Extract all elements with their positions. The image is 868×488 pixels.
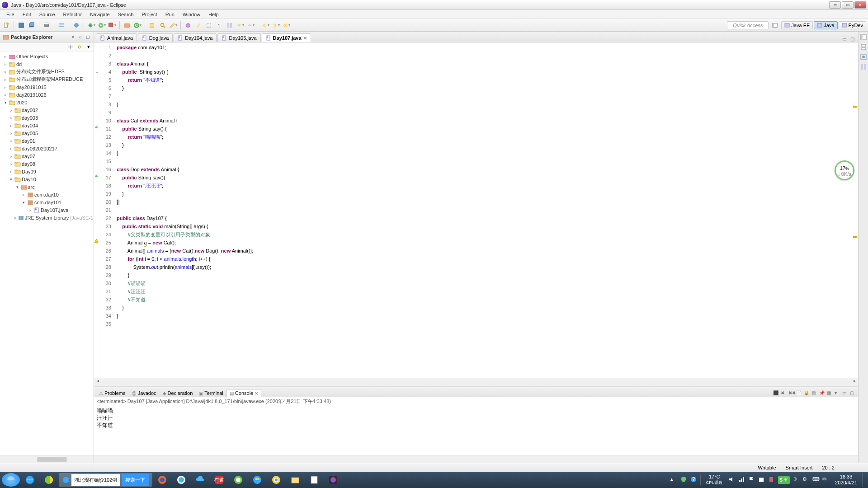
skip-breakpoints-button[interactable] — [72, 21, 81, 30]
remove-launch-icon[interactable]: ✖ — [781, 390, 787, 397]
tree-item-day005[interactable]: ▹day005 — [0, 129, 94, 137]
editor-body[interactable]: - 12345678910111213141516171819202122232… — [94, 42, 858, 378]
tab-declaration[interactable]: ◆Declaration — [160, 389, 196, 397]
scroll-lock-icon[interactable]: 🔒 — [804, 390, 810, 397]
tray-doc-icon[interactable] — [768, 476, 775, 483]
min-icon[interactable]: ▭ — [842, 390, 849, 397]
menu-edit[interactable]: Edit — [19, 11, 35, 18]
editor-minimize-button[interactable]: ▭ — [841, 36, 847, 42]
tree-item-jre-system-library[interactable]: ▹JRE System Library [JavaSE-1.8] — [0, 214, 94, 221]
taskbar-eclipse-icon[interactable] — [324, 473, 342, 487]
show-desktop-button[interactable] — [863, 473, 866, 487]
menu-refactor[interactable]: Refactor — [60, 11, 86, 18]
menu-source[interactable]: Source — [36, 11, 59, 18]
overview-ruler[interactable] — [852, 42, 858, 378]
new-package-button[interactable] — [123, 21, 132, 30]
taskbar-explorer-icon[interactable] — [286, 473, 304, 487]
menu-project[interactable]: Project — [138, 11, 160, 18]
tree-item-other-projects[interactable]: ▹Other Projects — [0, 52, 94, 60]
view-maximize-icon[interactable]: ▢ — [85, 34, 91, 40]
tray-msg-icon[interactable]: ✉ — [822, 476, 830, 483]
menu-window[interactable]: Window — [179, 11, 204, 18]
taskbar-ie2-icon[interactable] — [248, 473, 266, 487]
new-class-button[interactable]: C▾ — [133, 21, 142, 30]
view-minimize-icon[interactable]: ▭ — [77, 34, 84, 40]
show-console-icon[interactable]: ▤ — [811, 390, 818, 397]
tree-item-day003[interactable]: ▹day003 — [0, 114, 94, 122]
tree-item-day0620200217[interactable]: ▹day0620200217 — [0, 145, 94, 152]
tab-problems[interactable]: ⚠Problems — [96, 389, 128, 397]
prev-annotation-button[interactable]: ▾ — [246, 21, 255, 30]
tree-item--mapreduce[interactable]: ▹分布式编程框架MAPREDUCE — [0, 75, 94, 83]
tab-terminal[interactable]: ▣Terminal — [196, 389, 226, 397]
tray-calendar-icon[interactable] — [758, 476, 765, 483]
perspective-java-ee[interactable]: Java EE — [781, 21, 813, 29]
tree-item-dd[interactable]: ▹dd — [0, 60, 94, 68]
editor-horizontal-scrollbar[interactable]: ◂▸ — [94, 378, 858, 386]
annotation-ruler[interactable]: - — [94, 42, 100, 378]
minimize-button[interactable]: ━ — [829, 1, 841, 9]
tree-item-2020[interactable]: ▾2020 — [0, 99, 94, 106]
tree-item-day09[interactable]: ▹Day09 — [0, 168, 94, 175]
menu-help[interactable]: Help — [205, 11, 222, 18]
menu-navigate[interactable]: Navigate — [86, 11, 113, 18]
tray-keyboard-icon[interactable]: ⌨ — [812, 476, 820, 483]
forward-button[interactable]: ▾ — [271, 21, 280, 30]
taskbar-app1-icon[interactable] — [40, 473, 58, 487]
tray-volume-icon[interactable] — [728, 476, 736, 483]
taskbar-chrome-icon[interactable] — [267, 473, 285, 487]
external-tools-button[interactable]: ▾ — [108, 21, 117, 30]
search-button[interactable] — [158, 21, 167, 30]
tree-item-com-day101[interactable]: ▾com.day101 — [0, 198, 94, 206]
view-close-icon[interactable]: ✕ — [70, 34, 76, 40]
save-all-button[interactable] — [27, 21, 36, 30]
mark-occurrences-button[interactable] — [194, 21, 203, 30]
taskbar-ie-icon[interactable] — [21, 473, 39, 487]
tray-clock[interactable]: 16:33 2020/4/21 — [832, 474, 860, 486]
tab-javadoc[interactable]: @Javadoc — [128, 389, 159, 397]
pin-icon[interactable]: 📌 — [819, 390, 826, 397]
taskbar-notepad-icon[interactable] — [305, 473, 323, 487]
tab-console[interactable]: ▤Console ✕ — [226, 389, 261, 397]
max-icon[interactable]: ▢ — [850, 390, 856, 397]
debug-button[interactable]: ▾ — [87, 21, 96, 30]
toggle-breadcrumb-button[interactable] — [57, 21, 66, 30]
tray-network-icon[interactable] — [738, 476, 745, 483]
taskbar-search-task[interactable]: 湖北现有确诊102例 搜索一下 — [59, 473, 152, 487]
collapse-all-icon[interactable] — [67, 44, 74, 50]
print-button[interactable] — [42, 21, 51, 30]
close-button[interactable]: ✕ — [854, 1, 866, 9]
code-area[interactable]: package com.day101;class Animal { public… — [114, 42, 852, 378]
taskbar-cloud-icon[interactable] — [191, 473, 209, 487]
show-whitespace-button[interactable]: ¶ — [215, 21, 224, 30]
minimap-trim-icon[interactable] — [860, 63, 867, 70]
tree-item-day002[interactable]: ▹day002 — [0, 106, 94, 114]
outline-button[interactable] — [225, 21, 234, 30]
taskbar-youdao-icon[interactable]: 有道 — [210, 473, 228, 487]
search-button[interactable]: 搜索一下 — [122, 474, 149, 486]
next-annotation-button[interactable]: ▾ — [236, 21, 245, 30]
tree-item-day20191026[interactable]: ▹day20191026 — [0, 91, 94, 99]
editor-tab-day104-java[interactable]: Day104.java — [174, 33, 217, 42]
link-editor-icon[interactable] — [76, 44, 83, 50]
taskbar-qq-icon[interactable] — [172, 473, 190, 487]
terminate-icon[interactable]: ⬛ — [773, 390, 779, 397]
back-button[interactable]: ▾ — [261, 21, 270, 30]
maximize-button[interactable]: ▭ — [842, 1, 854, 9]
tree-item-day004[interactable]: ▹day004 — [0, 122, 94, 129]
annotate-button[interactable]: ▾ — [169, 21, 178, 30]
speed-badge[interactable]: 17% ↓ 0K/s — [835, 160, 854, 180]
run-button[interactable]: ▾ — [97, 21, 106, 30]
tree-item-src[interactable]: ▾src — [0, 183, 94, 191]
tree-item-day20191015[interactable]: ▹day20191015 — [0, 83, 94, 91]
tree-horizontal-scrollbar[interactable] — [0, 455, 94, 463]
perspective-pydev[interactable]: PyDev — [839, 21, 866, 29]
tree-item-day107-java[interactable]: ▹Day107.java — [0, 206, 94, 214]
quick-access-input[interactable]: Quick Access — [727, 21, 769, 29]
tree-item-day07[interactable]: ▹day07 — [0, 152, 94, 160]
open-type-button[interactable] — [148, 21, 157, 30]
tasks-trim-icon[interactable] — [860, 43, 867, 51]
tree-item--hdfs[interactable]: ▹分布式文件系统HDFS — [0, 68, 94, 75]
block-selection-button[interactable] — [204, 21, 213, 30]
search-text[interactable]: 湖北现有确诊102例 — [71, 474, 120, 486]
